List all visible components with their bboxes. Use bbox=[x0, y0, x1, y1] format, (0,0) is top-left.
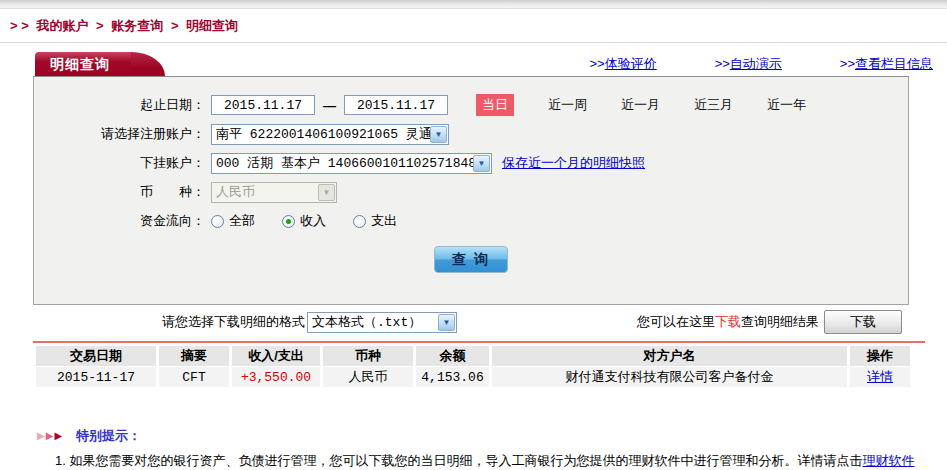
radio-icon[interactable] bbox=[353, 215, 366, 228]
radio-icon[interactable] bbox=[211, 215, 224, 228]
fund-flow-option-all[interactable]: 全部 bbox=[211, 212, 255, 230]
special-notice: ▶▶▶ 特别提示： 1. 如果您需要对您的银行资产、负债进行管理，您可以下载您的… bbox=[0, 427, 947, 470]
download-hint-highlight: 下载 bbox=[715, 313, 741, 331]
cell-currency: 人民币 bbox=[323, 367, 413, 387]
fund-flow-option-all-label: 全部 bbox=[229, 212, 255, 230]
registered-account-select[interactable]: 南平 6222001406100921065 灵通卡 ▼ bbox=[211, 124, 449, 145]
link-experience-review[interactable]: >>体验评价 bbox=[589, 55, 656, 73]
breadcrumb-separator: > bbox=[96, 18, 104, 33]
quick-range-today[interactable]: 当日 bbox=[476, 94, 514, 116]
date-range-row: 起止日期： — 当日 近一周 近一月 近三月 近一年 bbox=[34, 94, 908, 116]
breadcrumb-prefix: > > bbox=[10, 18, 29, 33]
breadcrumb-item-detail-query: 明细查询 bbox=[186, 18, 238, 33]
table-header-row: 交易日期 摘要 收入/支出 币种 余额 对方户名 操作 bbox=[36, 346, 910, 366]
download-row: 请您选择下载明细的格式 文本格式（.txt） ▼ 您可以在这里 下载 查询明细结… bbox=[162, 310, 902, 334]
fund-flow-label: 资金流向： bbox=[34, 212, 205, 230]
chevron-down-icon: ▼ bbox=[318, 184, 335, 201]
notice-paragraph: 1. 如果您需要对您的银行资产、负债进行管理，您可以下载您的当日明细，导入工商银… bbox=[33, 452, 922, 470]
download-format-value: 文本格式（.txt） bbox=[308, 313, 438, 331]
fund-flow-option-expense-label: 支出 bbox=[371, 212, 397, 230]
chevron-down-icon: ▼ bbox=[438, 314, 455, 331]
notice-text: 1. 如果您需要对您的银行资产、负债进行管理，您可以下载您的当日明细，导入工商银… bbox=[55, 453, 862, 468]
quick-range-quarter[interactable]: 近三月 bbox=[694, 96, 733, 114]
fund-flow-row: 资金流向： 全部 收入 支出 bbox=[34, 210, 908, 232]
currency-select: 人民币 ▼ bbox=[211, 182, 337, 203]
cell-counterparty: 财付通支付科技有限公司客户备付金 bbox=[492, 367, 847, 387]
tab-detail-query[interactable]: 明细查询 bbox=[35, 52, 131, 76]
chevron-down-icon: ▼ bbox=[473, 155, 490, 172]
quick-range-year[interactable]: 近一年 bbox=[767, 96, 806, 114]
link-column-info-text[interactable]: 查看栏目信息 bbox=[855, 56, 933, 71]
query-button-row: 查 询 bbox=[34, 246, 908, 273]
currency-label: 币 种： bbox=[34, 183, 205, 201]
currency-value: 人民币 bbox=[212, 183, 318, 201]
cell-balance: 4,153.06 bbox=[416, 367, 489, 387]
col-header-counterparty: 对方户名 bbox=[492, 346, 847, 366]
col-header-summary: 摘要 bbox=[159, 346, 229, 366]
sub-account-select[interactable]: 000 活期 基本户 1406600101102571848 ▼ bbox=[211, 153, 492, 174]
download-hint-prefix: 您可以在这里 bbox=[637, 313, 715, 331]
date-range-label: 起止日期： bbox=[34, 96, 205, 114]
col-header-action: 操作 bbox=[850, 346, 910, 366]
link-auto-demo[interactable]: >>自动演示 bbox=[715, 55, 782, 73]
detail-link[interactable]: 详情 bbox=[867, 369, 893, 384]
breadcrumb-item-my-account[interactable]: 我的账户 bbox=[36, 18, 88, 33]
link-prefix: >> bbox=[840, 56, 855, 71]
download-hint-suffix: 查询明细结果 bbox=[741, 313, 819, 331]
link-column-info[interactable]: >>查看栏目信息 bbox=[840, 55, 933, 73]
quick-range-month[interactable]: 近一月 bbox=[621, 96, 660, 114]
sub-account-row: 下挂账户： 000 活期 基本户 1406600101102571848 ▼ 保… bbox=[34, 152, 908, 174]
notice-header: ▶▶▶ 特别提示： bbox=[37, 427, 947, 445]
start-date-input[interactable] bbox=[211, 95, 315, 115]
date-range-separator: — bbox=[323, 98, 336, 113]
fund-flow-option-expense[interactable]: 支出 bbox=[353, 212, 397, 230]
link-experience-review-text[interactable]: 体验评价 bbox=[605, 56, 657, 71]
col-header-amount: 收入/支出 bbox=[232, 346, 320, 366]
download-format-select[interactable]: 文本格式（.txt） ▼ bbox=[307, 312, 457, 333]
cell-amount: +3,550.00 bbox=[232, 367, 320, 387]
download-hint: 您可以在这里 下载 查询明细结果 下载 bbox=[637, 310, 902, 334]
chevron-down-icon: ▼ bbox=[430, 126, 447, 143]
download-button[interactable]: 下载 bbox=[824, 310, 902, 334]
col-header-currency: 币种 bbox=[323, 346, 413, 366]
fund-flow-option-income-label: 收入 bbox=[300, 212, 326, 230]
registered-account-label: 请选择注册账户： bbox=[34, 125, 205, 143]
col-header-date: 交易日期 bbox=[36, 346, 156, 366]
breadcrumb: > > 我的账户 > 账务查询 > 明细查询 bbox=[0, 9, 947, 43]
triple-arrow-icon: ▶▶▶ bbox=[37, 431, 63, 441]
radio-checked-icon[interactable] bbox=[282, 215, 295, 228]
table-row: 2015-11-17 CFT +3,550.00 人民币 4,153.06 财付… bbox=[36, 367, 910, 387]
link-prefix: >> bbox=[715, 56, 730, 71]
quick-range-week[interactable]: 近一周 bbox=[548, 96, 587, 114]
red-separator-line bbox=[33, 341, 925, 343]
tab-row: 明细查询 >>体验评价 >>自动演示 >>查看栏目信息 bbox=[35, 52, 933, 76]
download-format-label: 请您选择下载明细的格式 bbox=[162, 313, 305, 331]
fund-flow-option-income[interactable]: 收入 bbox=[282, 212, 326, 230]
cell-date: 2015-11-17 bbox=[36, 367, 156, 387]
breadcrumb-item-account-query[interactable]: 账务查询 bbox=[111, 18, 163, 33]
link-auto-demo-text[interactable]: 自动演示 bbox=[730, 56, 782, 71]
sub-account-value: 000 活期 基本户 1406600101102571848 bbox=[212, 154, 473, 172]
cell-summary: CFT bbox=[159, 367, 229, 387]
header-links: >>体验评价 >>自动演示 >>查看栏目信息 bbox=[531, 55, 933, 73]
detail-query-page: > > 我的账户 > 账务查询 > 明细查询 明细查询 >>体验评价 >>自动演… bbox=[0, 0, 947, 470]
registered-account-value: 南平 6222001406100921065 灵通卡 bbox=[212, 125, 430, 143]
col-header-balance: 余额 bbox=[416, 346, 489, 366]
query-button[interactable]: 查 询 bbox=[434, 246, 508, 273]
notice-title: 特别提示： bbox=[76, 427, 141, 445]
snapshot-link[interactable]: 保存近一个月的明细快照 bbox=[502, 154, 645, 172]
currency-row: 币 种： 人民币 ▼ bbox=[34, 181, 908, 203]
breadcrumb-separator: > bbox=[171, 18, 179, 33]
top-strip bbox=[0, 0, 947, 9]
query-form-panel: 起止日期： — 当日 近一周 近一月 近三月 近一年 请选择注册账户： 南平 6… bbox=[33, 76, 909, 305]
link-prefix: >> bbox=[589, 56, 604, 71]
registered-account-row: 请选择注册账户： 南平 6222001406100921065 灵通卡 ▼ bbox=[34, 123, 908, 145]
transaction-table: 交易日期 摘要 收入/支出 币种 余额 对方户名 操作 2015-11-17 C… bbox=[33, 345, 913, 388]
end-date-input[interactable] bbox=[344, 95, 448, 115]
sub-account-label: 下挂账户： bbox=[34, 154, 205, 172]
